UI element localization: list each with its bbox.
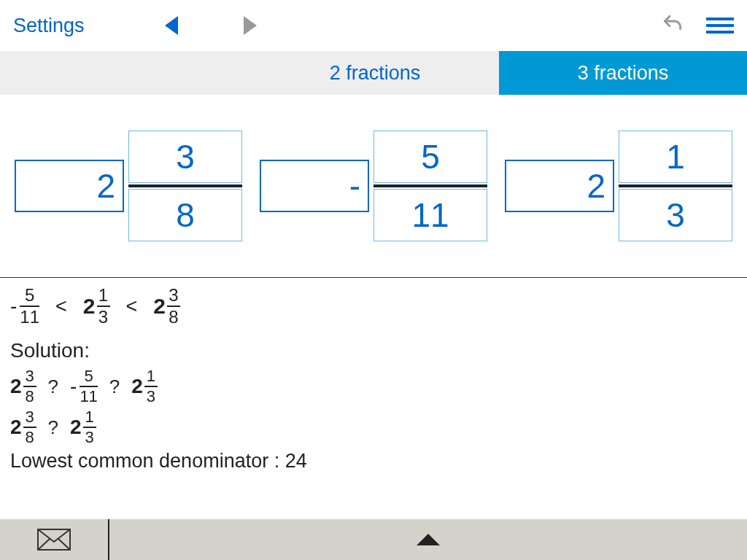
sol1-term-1: 2 38 (10, 368, 36, 405)
denominator-input-2[interactable]: 11 (374, 189, 487, 241)
denominator-input-1[interactable]: 8 (128, 189, 242, 241)
result-term-3: 2 38 (153, 287, 180, 326)
chevron-up-icon (417, 534, 440, 545)
lcd-label: Lowest common denominator : (10, 450, 285, 472)
relation-1: < (55, 295, 67, 318)
tab-3-fractions[interactable]: 3 fractions (499, 51, 747, 95)
undo-icon[interactable] (661, 12, 684, 39)
sol2-rel-1: ? (48, 416, 58, 439)
numerator-input-2[interactable]: 5 (374, 131, 487, 183)
sol2-term-2: 2 13 (70, 409, 96, 446)
sol1-term-3: 2 13 (131, 368, 158, 405)
numerator-input-1[interactable]: 3 (128, 131, 242, 183)
prev-arrow-icon[interactable] (165, 16, 178, 35)
fraction-input-area: 2 3 8 - 5 11 2 1 3 (0, 95, 747, 277)
nav-arrows (165, 16, 257, 35)
mail-button[interactable] (0, 519, 109, 560)
solution-label: Solution: (10, 339, 737, 362)
lcd-line: Lowest common denominator : 24 (10, 450, 737, 472)
sol2-term-1: 2 38 (10, 409, 36, 446)
fraction-count-tabs: 2 fractions 3 fractions (0, 51, 747, 95)
expand-button[interactable] (109, 519, 747, 560)
top-right-controls (661, 12, 734, 39)
lcd-value: 24 (285, 450, 307, 472)
bottom-bar (0, 519, 747, 560)
menu-icon[interactable] (706, 18, 734, 34)
relation-2: < (126, 295, 138, 318)
fraction-input-3: 2 1 3 (505, 131, 732, 241)
whole-input-1[interactable]: 2 (15, 160, 124, 212)
fraction-bar (619, 184, 732, 187)
sol1-rel-2: ? (109, 376, 120, 398)
top-bar: Settings (0, 0, 747, 51)
solution-row-2: 2 38 ? 2 13 (10, 409, 737, 446)
denominator-input-3[interactable]: 3 (619, 189, 732, 241)
whole-input-2[interactable]: - (260, 160, 369, 212)
fraction-bar (128, 184, 242, 187)
numerator-input-3[interactable]: 1 (619, 131, 732, 183)
next-arrow-icon[interactable] (244, 16, 257, 35)
result-term-1: - 511 (10, 287, 39, 326)
fraction-input-2: - 5 11 (260, 131, 487, 241)
solution-row-1: 2 38 ? - 511 ? 2 13 (10, 368, 737, 405)
result-term-2: 2 13 (83, 287, 110, 326)
tab-2-fractions[interactable]: 2 fractions (251, 51, 499, 95)
sol1-term-2: - 511 (70, 368, 98, 405)
whole-input-3[interactable]: 2 (505, 160, 614, 212)
solution-area: - 511 < 2 13 < 2 38 Solution: 2 38 ? - 5… (0, 278, 747, 480)
fraction-input-1: 2 3 8 (15, 131, 242, 241)
settings-link[interactable]: Settings (13, 15, 85, 37)
ordered-result-row: - 511 < 2 13 < 2 38 (10, 287, 737, 326)
sol1-rel-1: ? (48, 376, 58, 398)
mail-icon (37, 529, 71, 551)
fraction-bar (374, 184, 487, 187)
